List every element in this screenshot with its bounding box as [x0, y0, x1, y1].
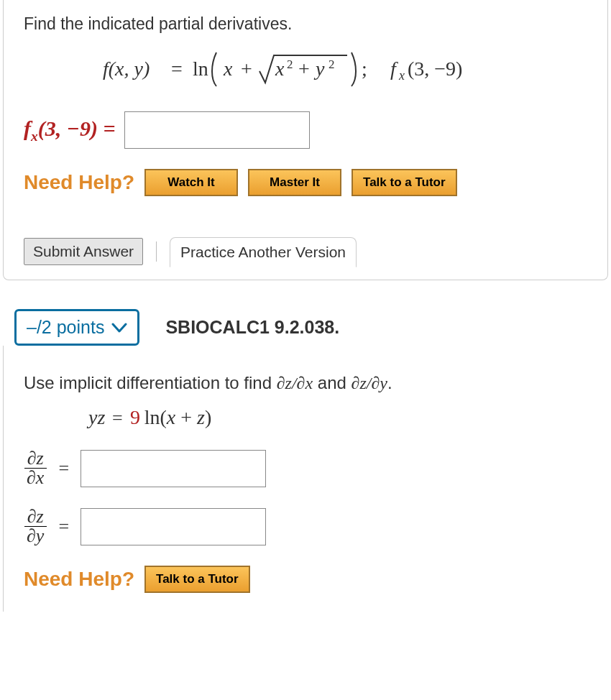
q2-equation: yz = 9 ln(x + z) [24, 406, 591, 429]
need-help-label: Need Help? [24, 568, 134, 591]
svg-text:2: 2 [287, 57, 293, 71]
question-1-body: Find the indicated partial derivatives. … [4, 0, 607, 232]
dzdx-num: ∂z [24, 449, 47, 469]
dzdx-input[interactable] [81, 450, 266, 487]
dzdy-den: ∂y [24, 527, 47, 545]
svg-text:x: x [398, 68, 405, 83]
svg-text:y: y [313, 57, 325, 80]
q1-prompt: Find the indicated partial derivatives. [24, 14, 587, 34]
watch-it-button[interactable]: Watch It [144, 169, 238, 196]
points-text: –/2 points [27, 317, 104, 338]
question-1-panel: Find the indicated partial derivatives. … [3, 0, 608, 280]
svg-text:x: x [223, 57, 233, 80]
dzdy-num: ∂z [24, 507, 47, 527]
q2-dzdy-row: ∂z ∂y = [24, 507, 591, 545]
dzdy-label: ∂z ∂y [24, 507, 47, 545]
svg-text:f(x, y): f(x, y) [103, 57, 150, 80]
question-2-body: Use implicit differentiation to find ∂z/… [4, 346, 611, 612]
equals-sign: = [55, 516, 72, 538]
svg-text:+: + [298, 57, 310, 80]
svg-text:x: x [275, 57, 285, 80]
q2-eq-sign: = [109, 407, 130, 428]
need-help-label: Need Help? [24, 171, 134, 194]
submit-answer-button[interactable]: Submit Answer [24, 238, 143, 265]
talk-to-tutor-button[interactable]: Talk to a Tutor [352, 169, 457, 196]
q1-answer-row: fx(3, −9) = [24, 111, 587, 149]
q1-answer-input[interactable] [124, 111, 310, 149]
svg-text:;: ; [362, 57, 367, 80]
dzdx-den: ∂x [24, 469, 47, 487]
practice-another-version-tab[interactable]: Practice Another Version [170, 237, 357, 267]
q1-equation: f(x, y) = ln x + x 2 + y 2 ; [24, 47, 587, 90]
q2-eq-coef: 9 [130, 406, 140, 428]
q2-eq-rhs: ln(x + z) [144, 406, 212, 428]
q2-help-row: Need Help? Talk to a Tutor [24, 566, 591, 593]
q2-dzdx-row: ∂z ∂x = [24, 449, 591, 487]
svg-text:ln: ln [193, 57, 208, 80]
dzdx-label: ∂z ∂x [24, 449, 47, 487]
chevron-down-icon [111, 323, 127, 333]
q2-citation: SBIOCALC1 9.2.038. [165, 317, 339, 338]
svg-text:=: = [171, 57, 183, 80]
master-it-button[interactable]: Master It [248, 169, 341, 196]
q1-equation-svg: f(x, y) = ln x + x 2 + y 2 ; [103, 47, 505, 90]
q1-footer: Submit Answer Practice Another Version [4, 232, 607, 280]
svg-text:+: + [241, 57, 252, 80]
q1-answer-label: fx(3, −9) = [24, 116, 116, 144]
q2-prompt: Use implicit differentiation to find ∂z/… [24, 373, 591, 393]
svg-text:(3, −9): (3, −9) [408, 57, 462, 80]
equals-sign: = [55, 458, 72, 479]
divider [156, 241, 157, 262]
q2-eq-lhs: yz [88, 406, 105, 428]
svg-text:f: f [390, 57, 398, 80]
svg-text:2: 2 [329, 57, 335, 71]
q1-help-row: Need Help? Watch It Master It Talk to a … [24, 169, 587, 196]
talk-to-tutor-button[interactable]: Talk to a Tutor [144, 566, 250, 593]
question-2-panel: Use implicit differentiation to find ∂z/… [3, 346, 611, 612]
q2-header: –/2 points SBIOCALC1 9.2.038. [0, 309, 611, 346]
points-pill[interactable]: –/2 points [14, 309, 139, 346]
dzdy-input[interactable] [81, 508, 266, 545]
